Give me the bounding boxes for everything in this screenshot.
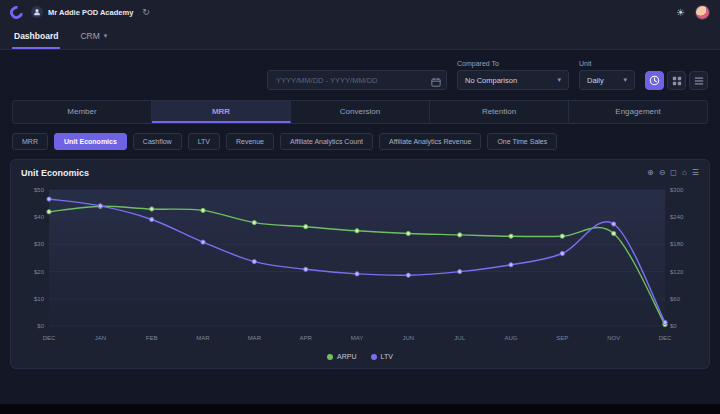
svg-text:JAN: JAN bbox=[95, 335, 106, 341]
subtab-mrr[interactable]: MRR bbox=[12, 133, 48, 150]
chevron-down-icon: ▾ bbox=[623, 76, 627, 84]
topbar: Mr Addie POD Academy ↻ ☀ bbox=[0, 0, 720, 24]
list-view-button[interactable] bbox=[689, 71, 708, 90]
menu-icon[interactable]: ☰ bbox=[692, 169, 699, 177]
user-avatar[interactable] bbox=[695, 5, 710, 20]
grid-view-button[interactable] bbox=[667, 71, 686, 90]
clock-icon bbox=[649, 75, 660, 86]
filter-row: Compared To No Comparison ▾ Unit Daily ▾ bbox=[0, 50, 720, 98]
tab-mrr[interactable]: MRR bbox=[152, 101, 291, 123]
refresh-icon[interactable]: ↻ bbox=[141, 7, 151, 18]
chart-title: Unit Economics bbox=[21, 168, 89, 178]
subtab-cashflow[interactable]: Cashflow bbox=[133, 133, 182, 150]
compared-to-select[interactable]: No Comparison ▾ bbox=[457, 70, 569, 90]
unit-select[interactable]: Daily ▾ bbox=[579, 70, 635, 90]
chevron-down-icon: ▾ bbox=[104, 32, 108, 40]
svg-text:$60: $60 bbox=[670, 296, 681, 302]
app-logo-icon bbox=[7, 3, 25, 21]
chart-card: Unit Economics ⊕ ⊖ ◻ ⌂ ☰ $0$10$20$30$40$… bbox=[10, 159, 710, 369]
svg-text:DEC: DEC bbox=[43, 335, 56, 341]
svg-text:SEP: SEP bbox=[556, 335, 568, 341]
calendar-icon bbox=[431, 73, 441, 91]
svg-text:MAY: MAY bbox=[351, 335, 364, 341]
svg-text:$0: $0 bbox=[37, 323, 44, 329]
tab-member[interactable]: Member bbox=[13, 101, 152, 123]
subtab-revenue[interactable]: Revenue bbox=[226, 133, 274, 150]
chart-legend: ARPU LTV bbox=[19, 348, 701, 362]
svg-text:$300: $300 bbox=[670, 187, 684, 193]
chevron-down-icon: ▾ bbox=[557, 76, 561, 84]
unit-label: Unit bbox=[579, 60, 635, 67]
nav-tab-crm[interactable]: CRM ▾ bbox=[78, 24, 109, 49]
tab-conversion[interactable]: Conversion bbox=[291, 101, 430, 123]
svg-text:MAR: MAR bbox=[248, 335, 262, 341]
ltv-dot-icon bbox=[371, 354, 377, 360]
svg-text:$180: $180 bbox=[670, 241, 684, 247]
zoom-in-icon[interactable]: ⊕ bbox=[647, 169, 654, 177]
selection-icon[interactable]: ◻ bbox=[670, 169, 677, 177]
chart-plot[interactable]: $0$10$20$30$40$50$0$60$120$180$240$300DE… bbox=[19, 184, 701, 348]
workspace-name: Mr Addie POD Academy bbox=[48, 8, 133, 17]
svg-text:FEB: FEB bbox=[146, 335, 158, 341]
subtab-unit-economics[interactable]: Unit Economics bbox=[54, 133, 127, 150]
workspace-selector[interactable]: Mr Addie POD Academy bbox=[31, 6, 133, 18]
compared-to-group: Compared To No Comparison ▾ bbox=[457, 60, 569, 90]
subtab-affiliate-analytics-count[interactable]: Affiliate Analytics Count bbox=[280, 133, 373, 150]
zoom-out-icon[interactable]: ⊖ bbox=[659, 169, 666, 177]
svg-text:$10: $10 bbox=[34, 296, 45, 302]
legend-arpu[interactable]: ARPU bbox=[327, 353, 356, 360]
sub-metric-tabs: MRR Unit Economics Cashflow LTV Revenue … bbox=[12, 133, 708, 150]
svg-text:$20: $20 bbox=[34, 269, 45, 275]
subtab-affiliate-analytics-revenue[interactable]: Affiliate Analytics Revenue bbox=[379, 133, 481, 150]
svg-text:$40: $40 bbox=[34, 214, 45, 220]
list-icon bbox=[694, 76, 704, 86]
svg-text:$120: $120 bbox=[670, 269, 684, 275]
line-chart[interactable]: $0$10$20$30$40$50$0$60$120$180$240$300DE… bbox=[19, 184, 699, 344]
tab-engagement[interactable]: Engagement bbox=[569, 101, 707, 123]
svg-text:$240: $240 bbox=[670, 214, 684, 220]
subtab-one-time-sales[interactable]: One Time Sales bbox=[487, 133, 557, 150]
theme-toggle-icon[interactable]: ☀ bbox=[676, 7, 685, 18]
svg-text:APR: APR bbox=[300, 335, 313, 341]
subtab-ltv[interactable]: LTV bbox=[188, 133, 220, 150]
legend-ltv[interactable]: LTV bbox=[371, 353, 393, 360]
svg-text:$0: $0 bbox=[670, 323, 677, 329]
workspace-avatar bbox=[31, 6, 43, 18]
arpu-dot-icon bbox=[327, 354, 333, 360]
svg-text:JUL: JUL bbox=[454, 335, 465, 341]
svg-text:JUN: JUN bbox=[402, 335, 414, 341]
svg-text:NOV: NOV bbox=[607, 335, 620, 341]
tab-retention[interactable]: Retention bbox=[430, 101, 569, 123]
grid-icon bbox=[672, 76, 682, 86]
svg-text:$50: $50 bbox=[34, 187, 45, 193]
svg-text:MAR: MAR bbox=[196, 335, 210, 341]
footer-bar bbox=[0, 404, 720, 414]
nav-tab-dashboard[interactable]: Dashboard bbox=[12, 24, 60, 49]
view-switch bbox=[645, 71, 708, 90]
date-range-wrap bbox=[267, 69, 447, 91]
time-view-button[interactable] bbox=[645, 71, 664, 90]
compared-to-label: Compared To bbox=[457, 60, 569, 67]
svg-text:DEC: DEC bbox=[659, 335, 672, 341]
metric-tabs: Member MRR Conversion Retention Engageme… bbox=[12, 100, 708, 124]
unit-group: Unit Daily ▾ bbox=[579, 60, 635, 90]
chart-toolbar: ⊕ ⊖ ◻ ⌂ ☰ bbox=[647, 169, 699, 177]
date-range-input[interactable] bbox=[267, 70, 447, 90]
home-icon[interactable]: ⌂ bbox=[682, 169, 687, 177]
svg-text:AUG: AUG bbox=[504, 335, 517, 341]
svg-text:$30: $30 bbox=[34, 241, 45, 247]
primary-nav: Dashboard CRM ▾ bbox=[0, 24, 720, 50]
